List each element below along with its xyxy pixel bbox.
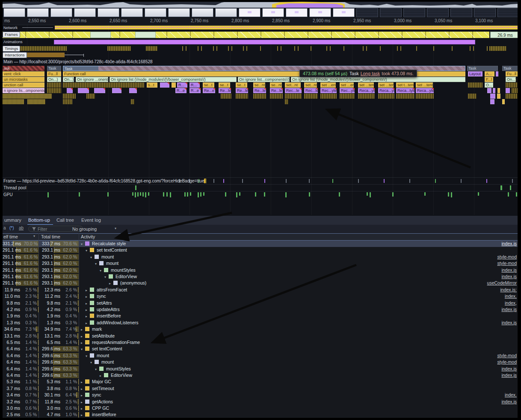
flame-block[interactable]: set...nt xyxy=(285,82,301,88)
filmstrip-thumbnail[interactable] xyxy=(27,8,49,17)
flame-block[interactable] xyxy=(63,94,76,99)
flame-block[interactable] xyxy=(160,82,169,88)
flame-block[interactable]: se...nt xyxy=(270,82,282,88)
flame-block[interactable] xyxy=(487,88,491,93)
source-link[interactable]: index. xyxy=(505,392,517,397)
track-gpu[interactable]: GPU xyxy=(3,191,518,199)
flame-block[interactable]: On ignore list (\/node_modules\/|\/bower… xyxy=(110,77,237,82)
filmstrip-thumbnail[interactable] xyxy=(168,8,190,17)
activity-cell[interactable]: ▸Major GC xyxy=(81,379,111,384)
source-link[interactable]: style-mod xyxy=(497,353,517,358)
tab-event-log[interactable]: Event log xyxy=(80,216,104,224)
activity-cell[interactable]: ▾EditorView xyxy=(104,274,137,279)
expand-icon[interactable]: ▸ xyxy=(81,328,85,332)
filmstrip-thumbnail[interactable] xyxy=(74,8,96,17)
animations-bar[interactable] xyxy=(54,40,475,44)
flame-block[interactable]: Layout xyxy=(468,71,483,76)
flame-block[interactable] xyxy=(3,99,24,104)
source-link[interactable]: index.js xyxy=(501,366,517,371)
source-link[interactable]: style-mod xyxy=(497,261,517,266)
match-case-icon[interactable]: a xyxy=(3,226,6,230)
filmstrip-thumbnail[interactable] xyxy=(450,8,472,17)
flame-block[interactable] xyxy=(493,88,495,93)
filmstrip-thumbnail[interactable] xyxy=(286,8,308,17)
activity-cell[interactable]: ▸getActions xyxy=(81,399,113,404)
table-row[interactable]: 3.2 ms 0.7 %11.8 ms 2.5 %▸getActionsinde… xyxy=(3,399,518,405)
expand-icon[interactable]: ▸ xyxy=(86,314,90,318)
flame-block[interactable]: Re...le xyxy=(236,88,248,93)
table-row[interactable]: 34.6 ms 7.3 %34.9 ms 7.4 %▸mark xyxy=(3,326,518,332)
flame-block[interactable] xyxy=(497,88,500,93)
flame-block[interactable]: se...t xyxy=(236,82,247,88)
collapse-icon[interactable]: ▾ xyxy=(86,354,90,358)
flame-block[interactable]: R...e xyxy=(189,88,201,93)
flame-block[interactable]: se...t xyxy=(219,82,230,88)
col-total-time[interactable]: Total time xyxy=(41,234,60,239)
chevron-down-icon[interactable]: ▾ xyxy=(115,226,116,230)
table-row[interactable]: 11.0 ms 2.3 %11.2 ms 2.4 %▸syncindex. xyxy=(3,293,518,300)
source-link[interactable]: style-mod xyxy=(497,254,517,259)
expand-icon[interactable]: ▸ xyxy=(86,302,90,305)
flame-block[interactable] xyxy=(67,88,73,93)
table-row[interactable]: 5.3 ms 1.1 %5.3 ms 1.1 %▸Major GC xyxy=(3,379,518,385)
source-link[interactable]: useCodeMirror xyxy=(487,280,517,285)
expand-icon[interactable]: ▸ xyxy=(86,288,90,292)
filmstrip-thumbnail[interactable] xyxy=(309,8,331,17)
filmstrip-thumbnail[interactable] xyxy=(427,8,449,17)
activity-cell[interactable]: ▾mount xyxy=(90,359,114,364)
flame-block[interactable]: set ...ent xyxy=(340,82,354,88)
flame-block[interactable]: ask xyxy=(3,66,44,71)
flame-block[interactable] xyxy=(129,88,137,93)
flame-block[interactable] xyxy=(221,94,231,99)
flame-block[interactable] xyxy=(285,94,302,99)
flame-block[interactable]: set ...tent xyxy=(378,82,394,88)
flame-block[interactable]: R... xyxy=(189,82,200,88)
filmstrip-thumbnail[interactable] xyxy=(239,8,260,17)
flame-block[interactable] xyxy=(496,71,498,76)
source-link[interactable]: index.js xyxy=(501,373,517,378)
activity-cell[interactable]: ▾Recalculate style xyxy=(81,241,126,246)
table-row[interactable]: 4.2 ms 0.9 %4.2 ms 0.9 %▸updateAttrsinde… xyxy=(3,306,518,313)
flame-block[interactable] xyxy=(396,94,414,99)
activity-cell[interactable]: ▾set textContent xyxy=(86,247,127,253)
collapse-icon[interactable]: ▾ xyxy=(90,256,95,259)
flame-block[interactable]: Fu...ll xyxy=(506,71,518,76)
flame-block[interactable] xyxy=(468,82,483,88)
flame-block[interactable]: Re...e xyxy=(203,88,215,93)
track-frames[interactable]: 26.9 ms Frames xyxy=(3,32,518,38)
table-row[interactable]: 3.0 ms 0.6 %3.0 ms 0.6 %▸CPP GC xyxy=(3,405,518,411)
col-activity[interactable]: Activity xyxy=(81,234,95,239)
activity-cell[interactable]: ▸CPP GC xyxy=(81,405,109,411)
activity-cell[interactable]: ▾mount xyxy=(90,254,114,259)
table-row[interactable]: 3.4 ms 0.7 %30.1 ms 6.4 %▸syncindex. xyxy=(3,392,518,398)
expand-icon[interactable]: ▸ xyxy=(109,282,113,285)
filmstrip-thumbnail[interactable] xyxy=(356,8,378,17)
tab-bottom-up[interactable]: Bottom-up xyxy=(27,216,53,225)
flame-block[interactable]: R...e xyxy=(175,88,186,93)
flame-block[interactable]: O... xyxy=(485,82,493,88)
activity-cell[interactable]: ▸mark xyxy=(81,326,102,332)
timeline-overview-cpu[interactable] xyxy=(3,2,518,8)
flame-block[interactable] xyxy=(3,94,52,99)
flame-block[interactable]: Reca...tyle xyxy=(396,88,414,93)
table-row[interactable]: 6.4 ms 1.4 %299.6 ms 63.3 %▾mountstyle-m… xyxy=(3,352,518,359)
flame-block[interactable] xyxy=(253,94,266,99)
filmstrip-thumbnail[interactable] xyxy=(403,8,425,17)
flame-block[interactable]: s...t xyxy=(147,82,157,88)
flame-block[interactable]: set ...ent xyxy=(320,82,336,88)
activity-cell[interactable]: ▸(anonymous) xyxy=(109,280,146,285)
column-divider[interactable] xyxy=(38,233,39,418)
source-link[interactable]: index.js: xyxy=(500,287,517,292)
table-row[interactable]: 1.9 ms 0.4 %1.9 ms 0.4 %▸insertBefore xyxy=(3,313,518,319)
flame-block[interactable]: set...nt xyxy=(304,82,317,88)
flame-block[interactable] xyxy=(63,99,72,104)
flame-block[interactable]: On ignore ...onents\/) xyxy=(76,77,108,82)
table-row[interactable]: 6.4 ms 1.4 %299.6 ms 63.3 %▸EditorViewin… xyxy=(3,372,518,379)
table-row[interactable]: 6.4 ms 1.4 %299.6 ms 63.3 %▾mountstyle-m… xyxy=(3,359,518,365)
table-row[interactable]: 331.2 ms 70.0 %333.7 ms 70.6 %▾Recalcula… xyxy=(3,241,518,247)
flame-block[interactable]: On ignore list (\/node_modules\/|\/bower… xyxy=(291,77,465,82)
flame-block[interactable] xyxy=(131,99,134,104)
flame-block[interactable]: Reca...yle xyxy=(378,88,394,93)
expand-icon[interactable]: ▸ xyxy=(81,400,85,404)
activity-cell[interactable]: ▾mount xyxy=(86,353,109,358)
